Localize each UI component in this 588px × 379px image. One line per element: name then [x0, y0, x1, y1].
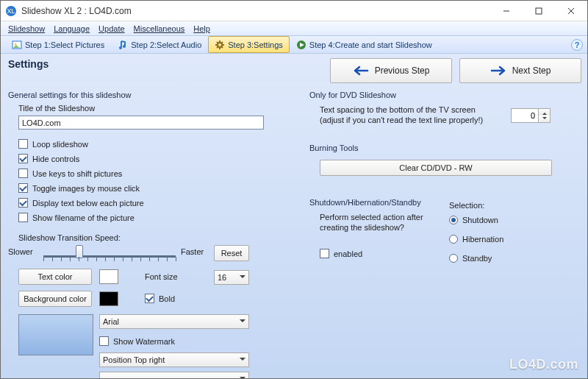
font-size-combo[interactable]: 16 — [214, 270, 249, 285]
enabled-checkbox[interactable]: enabled — [320, 249, 362, 258]
chevron-down-icon — [240, 374, 245, 378]
dvd-section-label: Only for DVD Slideshow — [309, 91, 396, 99]
checkbox-icon — [320, 249, 329, 258]
tab-step3-label: Step 3:Settings — [228, 40, 283, 49]
step-tabs: Step 1:Select Pictures Step 2:Select Aud… — [1, 36, 587, 54]
settings-icon — [215, 40, 225, 50]
watermark-extra-combo[interactable] — [99, 372, 249, 378]
toggle-label: Toggle images by mouse click — [32, 184, 140, 193]
checkbox-icon — [18, 169, 28, 178]
app-window: XL Slideshow XL 2 : LO4D.com Slideshow L… — [0, 0, 588, 379]
hide-controls-checkbox[interactable]: Hide controls — [18, 154, 79, 163]
chevron-down-icon — [240, 316, 245, 327]
bg-color-label: Background color — [24, 294, 87, 303]
watermark-pos-value: Position Top right — [103, 355, 165, 364]
font-family-combo[interactable]: Arial — [99, 314, 249, 329]
loop-checkbox[interactable]: Loop slideshow — [18, 139, 88, 149]
checkbox-icon — [18, 183, 28, 193]
radio-shutdown[interactable]: Shutdown — [449, 216, 498, 224]
pictures-icon — [12, 40, 22, 50]
menu-update[interactable]: Update — [96, 23, 127, 35]
tab-step3[interactable]: Step 3:Settings — [208, 36, 290, 53]
dvd-spacing-spinner[interactable] — [511, 108, 551, 123]
radio-hibernation[interactable]: Hibernation — [449, 235, 503, 244]
minimize-button[interactable] — [490, 1, 523, 21]
filename-label: Show filename of the picture — [32, 213, 135, 222]
menu-miscellaneous[interactable]: Miscellaneous — [131, 23, 188, 35]
spinner-buttons — [539, 108, 551, 123]
tab-step2-label: Step 2:Select Audio — [131, 40, 201, 49]
tab-step4[interactable]: Step 4:Create and start Slideshow — [290, 36, 439, 53]
brand-watermark: LO4D.com — [509, 357, 578, 372]
clear-cddvd-button[interactable]: Clear CD/DVD - RW — [320, 160, 552, 176]
watermark-position-combo[interactable]: Position Top right — [99, 353, 249, 367]
svg-point-5 — [119, 46, 122, 49]
chevron-down-icon — [240, 272, 245, 283]
audio-icon — [118, 40, 128, 50]
menu-help[interactable]: Help — [190, 23, 213, 35]
background-color-button[interactable]: Background color — [18, 291, 92, 307]
previous-step-label: Previous Step — [375, 65, 430, 76]
text-color-button[interactable]: Text color — [18, 269, 92, 285]
tab-step1-label: Step 1:Select Pictures — [25, 40, 104, 49]
radio-icon — [449, 254, 458, 263]
checkbox-icon — [18, 139, 28, 149]
bold-checkbox[interactable]: Bold — [145, 294, 175, 303]
display-text-checkbox[interactable]: Display text below each picture — [18, 198, 144, 208]
standby-label: Standby — [462, 254, 492, 263]
radio-icon — [449, 235, 458, 244]
window-controls — [490, 1, 587, 21]
checkbox-icon — [18, 213, 28, 222]
maximize-button[interactable] — [523, 1, 555, 21]
app-icon: XL — [5, 5, 17, 17]
menu-slideshow[interactable]: Slideshow — [5, 23, 48, 35]
font-family-value: Arial — [103, 317, 119, 326]
faster-label: Faster — [181, 247, 204, 256]
page-title: Settings — [8, 58, 49, 70]
chevron-down-icon — [240, 355, 245, 365]
previous-step-button[interactable]: Previous Step — [330, 58, 452, 83]
bg-color-swatch[interactable] — [99, 291, 118, 306]
selection-label: Selection: — [449, 201, 484, 210]
svg-point-6 — [123, 45, 126, 48]
tab-step2[interactable]: Step 2:Select Audio — [111, 36, 208, 53]
reset-label: Reset — [221, 249, 243, 258]
dvd-spacing-input[interactable] — [511, 108, 539, 123]
arrow-left-icon — [353, 65, 369, 76]
text-label: Display text below each picture — [32, 199, 144, 208]
text-color-label: Text color — [37, 272, 72, 281]
show-filename-checkbox[interactable]: Show filename of the picture — [18, 213, 135, 222]
clear-cddvd-label: Clear CD/DVD - RW — [399, 163, 472, 172]
help-icon[interactable]: ? — [571, 39, 583, 51]
hide-label: Hide controls — [32, 155, 79, 163]
spinner-down-icon[interactable] — [539, 116, 550, 122]
font-size-value: 16 — [218, 273, 226, 282]
svg-text:XL: XL — [7, 7, 15, 15]
checkbox-icon — [145, 294, 154, 303]
radio-standby[interactable]: Standby — [449, 254, 492, 263]
text-color-swatch[interactable] — [99, 269, 118, 284]
show-watermark-checkbox[interactable]: Show Watermark — [99, 336, 175, 346]
tab-step1[interactable]: Step 1:Select Pictures — [5, 36, 111, 53]
close-button[interactable] — [555, 1, 587, 21]
spinner-up-icon[interactable] — [539, 109, 550, 116]
shutdown-label: Shutdown — [462, 216, 498, 224]
tab-step4-label: Step 4:Create and start Slideshow — [309, 40, 432, 49]
menu-language[interactable]: Language — [51, 23, 93, 35]
arrow-right-icon — [490, 65, 506, 76]
keys-label: Use keys to shift pictures — [32, 169, 122, 178]
reset-speed-button[interactable]: Reset — [214, 245, 249, 261]
next-step-button[interactable]: Next Step — [459, 58, 581, 83]
use-keys-checkbox[interactable]: Use keys to shift pictures — [18, 169, 122, 178]
toggle-mouse-checkbox[interactable]: Toggle images by mouse click — [18, 183, 140, 193]
slider-ticks — [43, 257, 176, 263]
burning-section-label: Burning Tools — [309, 144, 358, 152]
window-title: Slideshow XL 2 : LO4D.com — [21, 6, 490, 16]
svg-point-7 — [218, 43, 222, 47]
bold-label: Bold — [159, 294, 175, 303]
play-icon — [296, 40, 306, 50]
next-step-label: Next Step — [512, 65, 551, 76]
menubar: Slideshow Language Update Miscellaneous … — [1, 21, 587, 36]
hibernation-label: Hibernation — [462, 235, 503, 244]
title-input[interactable] — [18, 116, 264, 130]
